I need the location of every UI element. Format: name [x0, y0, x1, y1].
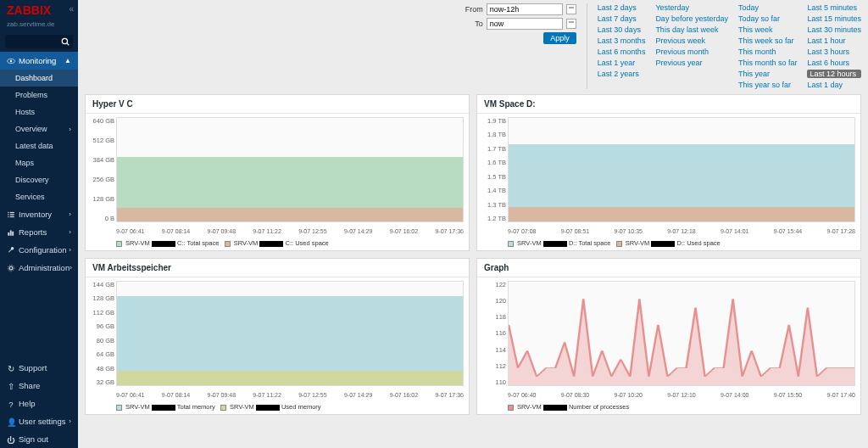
svg-point-0	[62, 38, 67, 43]
preset-link[interactable]: Last 30 minutes	[807, 25, 861, 34]
chart-legend: SRV-VM D:: Total space SRV-VM D:: Used s…	[477, 238, 860, 250]
preset-link[interactable]: This month so far	[738, 59, 798, 67]
nav-label: Monitoring	[19, 56, 56, 65]
panel-title: Hyper V C	[86, 95, 469, 114]
apply-button[interactable]: Apply	[543, 32, 576, 44]
preset-link[interactable]: Last 1 day	[807, 81, 861, 89]
svg-rect-11	[10, 230, 12, 235]
app-logo[interactable]: ZABBIX	[0, 0, 78, 20]
preset-link[interactable]: Last 2 years	[598, 70, 646, 78]
nav-configuration[interactable]: Configuration ›	[0, 241, 78, 259]
chart-icon	[7, 228, 15, 237]
chart-area: 144 GB128 GB112 GB96 GB80 GB64 GB48 GB32…	[86, 277, 469, 401]
search-input[interactable]	[5, 35, 73, 48]
svg-rect-7	[10, 214, 14, 215]
svg-rect-8	[8, 216, 8, 216]
chevron-icon: ›	[69, 246, 71, 254]
nav-help[interactable]: ?Help	[0, 395, 78, 412]
preset-link[interactable]: Previous week	[655, 36, 728, 45]
preset-link[interactable]: Last 30 days	[598, 25, 646, 34]
nav-administration[interactable]: Administration ›	[0, 259, 78, 277]
collapse-icon[interactable]: «	[69, 4, 74, 14]
nav-support[interactable]: ↻Support	[0, 359, 78, 377]
chevron-icon: ›	[70, 264, 72, 272]
chart-legend: SRV-VM Number of processes	[477, 401, 860, 414]
nav-label: Reports	[19, 227, 47, 237]
to-label: To	[475, 20, 483, 28]
chart-area: 1221201181161141121109-07 06:409-07 08:3…	[477, 277, 860, 401]
chevron-icon: ›	[69, 228, 71, 236]
preset-link[interactable]: This day last week	[655, 25, 728, 34]
svg-rect-5	[10, 211, 14, 212]
nav-reports[interactable]: Reports ›	[0, 223, 78, 241]
preset-link[interactable]: Day before yesterday	[655, 14, 728, 23]
calendar-icon[interactable]	[566, 4, 576, 14]
main-area: From To Apply Last 2 daysLast 7 daysLast…	[78, 0, 868, 448]
sidebar-item-problems[interactable]: Problems	[0, 87, 78, 104]
dashboard-grid: Hyper V C640 GB512 GB384 GB256 GB128 GB0…	[85, 94, 861, 415]
preset-link[interactable]: Last 5 minutes	[807, 3, 861, 12]
list-icon	[7, 210, 15, 219]
nav-share[interactable]: ⇧Share	[0, 377, 78, 395]
preset-link[interactable]: This week so far	[738, 36, 798, 45]
preset-link[interactable]: Last 1 year	[598, 59, 646, 67]
preset-link[interactable]: Yesterday	[655, 3, 728, 12]
sidebar-item-discovery[interactable]: Discovery	[0, 171, 78, 188]
preset-link[interactable]: Last 12 hours	[807, 70, 861, 78]
calendar-icon[interactable]	[566, 19, 576, 29]
preset-link[interactable]: This year	[738, 70, 798, 78]
preset-link[interactable]: Last 7 days	[598, 14, 646, 23]
eye-icon	[7, 57, 15, 65]
time-selector: From To Apply Last 2 daysLast 7 daysLast…	[85, 3, 861, 89]
chevron-up-icon: ▲	[64, 57, 71, 64]
chevron-icon: ›	[69, 210, 71, 218]
preset-link[interactable]: Last 2 days	[598, 3, 646, 12]
preset-link[interactable]: Last 6 hours	[807, 59, 861, 67]
panel-title: Graph	[477, 259, 860, 277]
nav-user-settings[interactable]: 👤User settings›	[0, 412, 78, 430]
gear-icon	[7, 264, 15, 272]
svg-point-3	[10, 59, 13, 62]
to-input[interactable]	[487, 18, 563, 30]
nav-label: Administration	[19, 263, 70, 272]
nav-label: Inventory	[19, 210, 52, 219]
sidebar-item-overview[interactable]: Overview›	[0, 120, 78, 137]
from-input[interactable]	[487, 3, 563, 15]
chart-area: 1.9 TB1.8 TB1.7 TB1.6 TB1.5 TB1.4 TB1.3 …	[477, 114, 860, 238]
preset-link[interactable]: Last 15 minutes	[807, 14, 861, 23]
sidebar-item-services[interactable]: Services	[0, 188, 78, 205]
svg-line-1	[67, 43, 70, 46]
chart-legend: SRV-VM Total memory SRV-VM Used memory	[86, 401, 469, 414]
sidebar: ZABBIX « zab.servtime.de Monitoring ▲ Da…	[0, 0, 78, 448]
chart-area: 640 GB512 GB384 GB256 GB128 GB0 B9-07 06…	[86, 114, 469, 238]
host-label: zab.servtime.de	[0, 20, 78, 31]
sidebar-item-maps[interactable]: Maps	[0, 154, 78, 171]
preset-link[interactable]: Last 1 hour	[807, 36, 861, 45]
sidebar-item-dashboard[interactable]: Dashboard	[0, 70, 78, 87]
nav-monitoring[interactable]: Monitoring ▲	[0, 52, 78, 70]
preset-link[interactable]: Last 6 months	[598, 48, 646, 56]
chart-panel: Graph1221201181161141121109-07 06:409-07…	[476, 258, 861, 415]
chart-panel: VM Arbeitsspeicher144 GB128 GB112 GB96 G…	[85, 258, 470, 415]
preset-link[interactable]: This month	[738, 48, 798, 56]
preset-link[interactable]: Last 3 months	[598, 36, 646, 45]
from-label: From	[465, 5, 483, 14]
preset-link[interactable]: Previous month	[655, 48, 728, 56]
svg-point-14	[8, 265, 14, 272]
svg-rect-12	[12, 231, 14, 235]
nav-sign-out[interactable]: ⏻Sign out	[0, 430, 78, 448]
preset-link[interactable]: This week	[738, 25, 798, 34]
preset-link[interactable]: This year so far	[738, 81, 798, 89]
panel-title: VM Space D:	[477, 95, 860, 114]
chart-panel: Hyper V C640 GB512 GB384 GB256 GB128 GB0…	[85, 94, 470, 251]
nav-inventory[interactable]: Inventory ›	[0, 205, 78, 223]
preset-link[interactable]: Today	[738, 3, 798, 12]
chart-panel: VM Space D:1.9 TB1.8 TB1.7 TB1.6 TB1.5 T…	[476, 94, 861, 251]
preset-link[interactable]: Last 3 hours	[807, 48, 861, 56]
panel-title: VM Arbeitsspeicher	[86, 259, 469, 277]
preset-link[interactable]: Today so far	[738, 14, 798, 23]
preset-link[interactable]: Previous year	[655, 59, 728, 67]
svg-rect-4	[8, 211, 8, 212]
sidebar-item-latest-data[interactable]: Latest data	[0, 137, 78, 154]
sidebar-item-hosts[interactable]: Hosts	[0, 104, 78, 120]
